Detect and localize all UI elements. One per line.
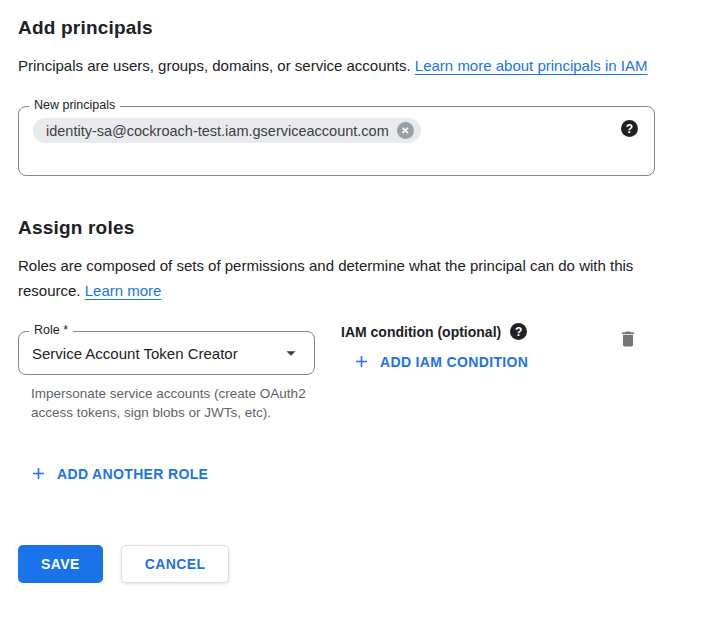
add-another-role-label: ADD ANOTHER ROLE — [57, 466, 208, 482]
assign-roles-description: Roles are composed of sets of permission… — [18, 253, 658, 303]
add-iam-condition-label: ADD IAM CONDITION — [380, 354, 528, 370]
dialog-actions: SAVE CANCEL — [18, 545, 695, 583]
role-column: Role * Service Account Token Creator Imp… — [18, 323, 315, 422]
role-row: Role * Service Account Token Creator Imp… — [18, 323, 695, 422]
add-another-role-button[interactable]: ADD ANOTHER ROLE — [29, 464, 208, 483]
save-button[interactable]: SAVE — [18, 545, 103, 583]
cancel-button[interactable]: CANCEL — [121, 545, 230, 583]
iam-condition-column: IAM condition (optional) ? ADD IAM CONDI… — [341, 323, 528, 375]
page-title: Add principals — [18, 17, 695, 39]
delete-role-button[interactable] — [616, 327, 640, 351]
learn-more-roles-link[interactable]: Learn more — [85, 282, 162, 299]
principal-chip[interactable]: identity-sa@cockroach-test.iam.gservicea… — [33, 118, 421, 143]
plus-icon — [29, 464, 48, 483]
assign-roles-title: Assign roles — [18, 217, 695, 239]
plus-icon — [352, 352, 371, 371]
role-label: Role * — [29, 323, 73, 337]
role-selected-value: Service Account Token Creator — [32, 345, 238, 362]
iam-condition-header: IAM condition (optional) ? — [341, 323, 528, 340]
role-select[interactable]: Role * Service Account Token Creator — [18, 331, 315, 375]
iam-condition-help-icon[interactable]: ? — [510, 323, 527, 340]
chip-remove-icon[interactable]: ✕ — [397, 122, 414, 139]
learn-more-principals-link[interactable]: Learn more about principals in IAM — [415, 57, 648, 74]
trash-icon — [618, 329, 638, 349]
principals-description: Principals are users, groups, domains, o… — [18, 53, 658, 78]
dropdown-arrow-icon — [280, 342, 302, 364]
principal-chip-label: identity-sa@cockroach-test.iam.gservicea… — [46, 123, 389, 139]
new-principals-field[interactable]: New principals identity-sa@cockroach-tes… — [18, 106, 655, 176]
role-helper-text: Impersonate service accounts (create OAu… — [18, 384, 315, 422]
add-iam-condition-button[interactable]: ADD IAM CONDITION — [352, 352, 528, 371]
iam-condition-label: IAM condition (optional) — [341, 324, 501, 340]
new-principals-label: New principals — [29, 98, 120, 112]
principals-description-text: Principals are users, groups, domains, o… — [18, 57, 415, 74]
add-principals-panel: Add principals Principals are users, gro… — [0, 0, 713, 583]
new-principals-help-icon[interactable]: ? — [621, 120, 638, 137]
